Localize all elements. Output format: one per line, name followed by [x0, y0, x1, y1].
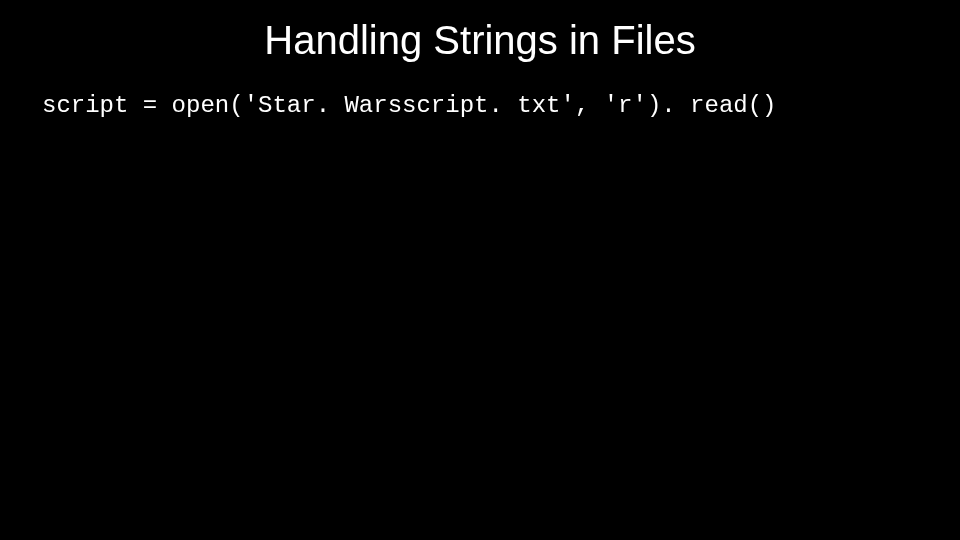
slide: Handling Strings in Files script = open(… [0, 0, 960, 540]
slide-title: Handling Strings in Files [0, 18, 960, 63]
code-line: script = open('Star. Warsscript. txt', '… [42, 92, 777, 119]
